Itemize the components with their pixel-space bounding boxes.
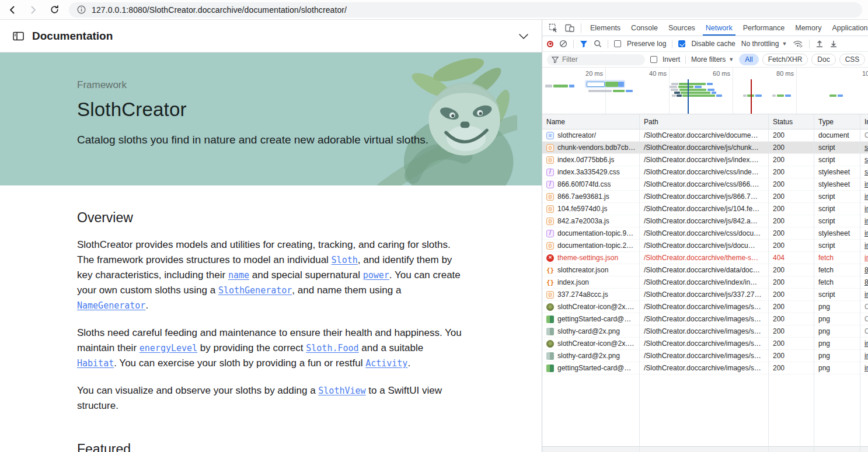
network-row[interactable]: ≡slothcreator//SlothCreator.doccarchive/… [542, 129, 868, 142]
network-row[interactable]: slothy-card@2x.png/SlothCreator.doccarch… [542, 350, 868, 362]
doc-link-slothgenerator[interactable]: SlothGenerator [218, 285, 292, 296]
initiator-link[interactable]: sl [864, 143, 868, 152]
initiator-link[interactable]: in [864, 180, 868, 188]
column-divider[interactable] [814, 114, 814, 452]
column-divider[interactable] [768, 114, 769, 452]
cell-type: script [814, 192, 860, 201]
doc-link-name[interactable]: name [228, 270, 249, 281]
initiator-link[interactable]: in [864, 339, 868, 348]
initiator-link[interactable]: in [864, 364, 868, 372]
initiator-link[interactable]: in [864, 352, 868, 360]
disable-cache-checkbox[interactable] [678, 40, 685, 47]
initiator-link[interactable]: in [864, 192, 868, 201]
forward-icon[interactable] [27, 3, 40, 16]
column-header-name[interactable]: Name [542, 118, 639, 126]
column-divider[interactable] [860, 114, 860, 452]
network-row[interactable]: /866.60f074fd.css/SlothCreator.doccarchi… [542, 178, 868, 191]
tab-application[interactable]: Application [827, 20, 868, 36]
initiator-link[interactable]: in [864, 205, 868, 213]
tab-network[interactable]: Network [700, 20, 738, 36]
preserve-log-checkbox[interactable] [614, 40, 621, 47]
tab-memory[interactable]: Memory [790, 20, 827, 36]
network-filter-row: Invert More filters ▼ AllFetch/XHRDocCSS… [542, 52, 868, 68]
network-overview-timeline[interactable]: 20 ms40 ms60 ms80 ms100 ms [542, 68, 868, 114]
site-info-icon[interactable] [77, 5, 86, 14]
column-header-initiator[interactable]: Initiator [860, 118, 868, 126]
column-header-type[interactable]: Type [814, 118, 860, 126]
overview-heading: Overview [77, 210, 467, 226]
clear-network-log-icon[interactable] [559, 40, 567, 48]
filter-pill-doc[interactable]: Doc [811, 54, 835, 65]
back-icon[interactable] [6, 3, 19, 16]
network-row[interactable]: ()337.274a8ccc.js/SlothCreator.doccarchi… [542, 289, 868, 301]
network-row[interactable]: slothCreator-icon@2x.…/SlothCreator.docc… [542, 301, 868, 313]
tab-console[interactable]: Console [626, 20, 663, 36]
network-row[interactable]: /documentation-topic.9…/SlothCreator.doc… [542, 227, 868, 240]
initiator-link[interactable]: in [864, 229, 868, 237]
reload-icon[interactable] [48, 3, 61, 16]
network-row[interactable]: {}index.json/SlothCreator.doccarchive/in… [542, 276, 868, 289]
column-divider[interactable] [639, 114, 640, 452]
request-name: 337.274a8ccc.js [557, 290, 608, 299]
filter-input-box[interactable] [547, 54, 645, 65]
column-header-path[interactable]: Path [639, 118, 768, 126]
initiator-link[interactable]: sl [864, 168, 868, 176]
tab-sources[interactable]: Sources [663, 20, 700, 36]
filter-pill-all[interactable]: All [739, 54, 758, 65]
doc-link-sloth-food[interactable]: Sloth.Food [306, 343, 358, 353]
initiator-link[interactable]: sl [864, 156, 868, 164]
network-row[interactable]: gettingStarted-card@…/SlothCreator.docca… [542, 313, 868, 325]
doc-link-habitat[interactable]: Habitat [77, 358, 114, 369]
tab-performance[interactable]: Performance [738, 20, 790, 36]
network-row[interactable]: ()index.0d775bb6.js/SlothCreator.doccarc… [542, 154, 868, 166]
inspect-element-icon[interactable] [546, 21, 561, 35]
network-row[interactable]: /index.3a335429.css/SlothCreator.doccarc… [542, 166, 868, 178]
initiator-link[interactable]: in [864, 254, 868, 262]
network-conditions-icon[interactable] [793, 40, 803, 48]
doc-link-slothview[interactable]: SlothView [318, 386, 365, 396]
doc-link-namegenerator[interactable]: NameGenerator [77, 300, 145, 311]
initiator-link[interactable]: in [864, 241, 868, 250]
invert-checkbox[interactable] [650, 56, 657, 63]
network-row[interactable]: ()104.fe5974d0.js/SlothCreator.doccarchi… [542, 203, 868, 215]
search-icon[interactable] [594, 40, 602, 48]
initiator-link[interactable]: in [864, 217, 868, 225]
initiator-link[interactable]: in [864, 290, 868, 299]
initiator-link[interactable]: 86 [864, 266, 868, 274]
filter-input[interactable] [562, 55, 632, 64]
waterfall-bar [587, 82, 605, 87]
device-toolbar-icon[interactable] [562, 21, 577, 35]
waterfall-bar [671, 83, 678, 85]
initiator-link[interactable]: 86 [864, 278, 868, 286]
doc-link-sloth[interactable]: Sloth [332, 255, 358, 265]
network-row[interactable]: ()842.a7e2003a.js/SlothCreator.doccarchi… [542, 215, 868, 227]
network-row[interactable]: ()866.7ae93681.js/SlothCreator.doccarchi… [542, 191, 868, 203]
tab-elements[interactable]: Elements [585, 20, 626, 36]
doc-link-energylevel[interactable]: energyLevel [140, 343, 197, 353]
throttling-select[interactable]: No throttling ▼ [741, 40, 787, 48]
cell-initiator: in [860, 241, 868, 250]
network-row[interactable]: slothCreator-icon@2x.…/SlothCreator.docc… [542, 338, 868, 350]
filter-pill-fetch-xhr[interactable]: Fetch/XHR [762, 54, 808, 65]
cell-name: gettingStarted-card@… [542, 315, 639, 323]
chevron-down-icon[interactable] [518, 33, 529, 40]
import-har-icon[interactable] [815, 40, 824, 48]
record-network-log-icon[interactable] [547, 41, 553, 47]
waterfall-bar [613, 90, 625, 92]
network-row[interactable]: ✕theme-settings.json/SlothCreator.doccar… [542, 252, 868, 264]
column-header-status[interactable]: Status [768, 118, 814, 126]
doc-link-activity[interactable]: Activity [365, 358, 407, 369]
network-row[interactable]: slothy-card@2x.png/SlothCreator.doccarch… [542, 325, 868, 338]
sidebar-toggle-icon[interactable] [13, 31, 24, 41]
export-har-icon[interactable] [829, 40, 838, 48]
cell-name: ()337.274a8ccc.js [542, 290, 639, 299]
filter-pill-css[interactable]: CSS [839, 54, 866, 65]
network-row[interactable]: {}slothcreator.json/SlothCreator.doccarc… [542, 264, 868, 276]
network-row[interactable]: gettingStarted-card@…/SlothCreator.docca… [542, 362, 868, 374]
more-filters-button[interactable]: More filters ▼ [691, 55, 734, 64]
network-row[interactable]: ()documentation-topic.2…/SlothCreator.do… [542, 240, 868, 252]
network-row[interactable]: ()chunk-vendors.bdb7cb…/SlothCreator.doc… [542, 142, 868, 154]
address-bar[interactable]: 127.0.0.1:8080/SlothCreator.doccarchive/… [69, 2, 862, 17]
filter-icon[interactable] [580, 40, 588, 48]
doc-link-power[interactable]: power [363, 270, 389, 281]
